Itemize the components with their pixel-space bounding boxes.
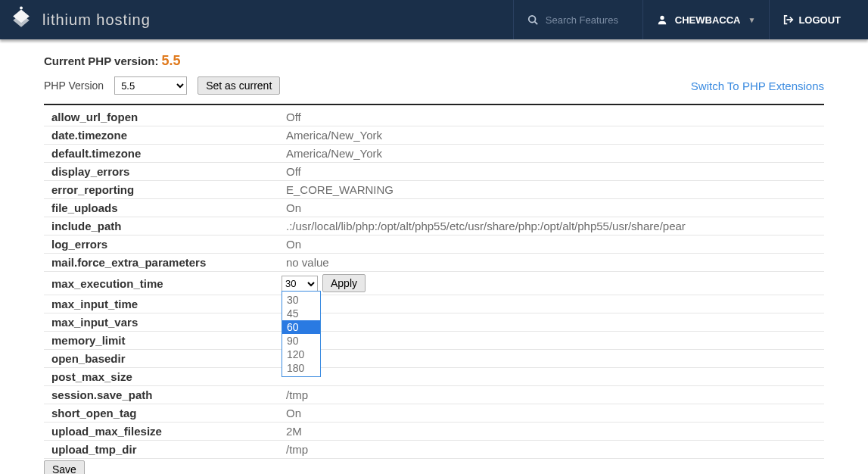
table-row: open_basedir (44, 350, 824, 368)
svg-point-0 (20, 6, 23, 9)
setting-name: max_input_time (44, 295, 278, 313)
setting-name: allow_url_fopen (44, 108, 278, 126)
dropdown-list[interactable]: 30456090120180 (282, 291, 321, 377)
setting-name: display_errors (44, 163, 278, 181)
user-menu[interactable]: CHEWBACCA ▼ (642, 0, 770, 39)
setting-name: post_max_size (44, 368, 278, 386)
current-version-value: 5.5 (162, 53, 181, 68)
divider (44, 104, 824, 105)
logout-button[interactable]: LOGOUT (769, 0, 854, 39)
content: Current PHP version: 5.5 PHP Version 5.5… (0, 39, 868, 474)
dropdown-option[interactable]: 30 (282, 293, 320, 307)
table-row: mail.force_extra_parametersno value (44, 254, 824, 272)
logout-label: LOGOUT (798, 14, 841, 26)
table-row: upload_max_filesize2M (44, 423, 824, 441)
setting-value (278, 332, 824, 350)
svg-point-3 (660, 16, 664, 20)
table-row: error_reportingE_CORE_WARNING (44, 181, 824, 199)
setting-name: default.timezone (44, 145, 278, 163)
apply-button[interactable]: Apply (322, 274, 366, 292)
table-row: upload_tmp_dir/tmp (44, 441, 824, 459)
setting-value[interactable]: America/New_York (278, 126, 824, 145)
table-row: allow_url_fopenOff (44, 108, 824, 126)
table-row: date.timezoneAmerica/New_York (44, 126, 824, 145)
logo-icon (8, 5, 35, 35)
dropdown-option[interactable]: 60 (282, 320, 320, 334)
setting-value: On (278, 404, 824, 423)
setting-name: short_open_tag (44, 404, 278, 423)
dropdown-option[interactable]: 90 (282, 334, 320, 348)
setting-name: log_errors (44, 235, 278, 254)
setting-name: upload_tmp_dir (44, 441, 278, 459)
max-execution-time-select[interactable]: 30 (282, 276, 318, 292)
brand-text: lithium hosting (42, 11, 151, 29)
php-version-label: PHP Version (44, 80, 104, 92)
setting-name: include_path (44, 217, 278, 235)
table-row: default.timezoneAmerica/New_York (44, 145, 824, 163)
setting-value: On (278, 235, 824, 254)
setting-name: date.timezone (44, 126, 278, 145)
table-row: max_input_time (44, 295, 824, 313)
table-row: log_errorsOn (44, 235, 824, 254)
logout-icon (783, 14, 794, 25)
setting-name: session.save_path (44, 386, 278, 404)
php-settings-table: allow_url_fopenOffdate.timezoneAmerica/N… (44, 108, 824, 459)
username: CHEWBACCA (675, 14, 741, 26)
version-row: PHP Version 5.5 Set as current Switch To… (44, 76, 824, 95)
header: lithium hosting CHEWBACCA ▼ LOGOUT (0, 0, 868, 39)
switch-extensions-link[interactable]: Switch To PHP Extensions (691, 80, 824, 92)
version-controls: PHP Version 5.5 Set as current (44, 76, 280, 95)
search-input[interactable] (546, 14, 629, 26)
setting-value (278, 313, 824, 332)
setting-value (278, 350, 824, 368)
current-version-label: Current PHP version: (44, 55, 158, 67)
setting-value: /tmp (278, 441, 824, 459)
setting-value: On (278, 199, 824, 217)
setting-value: America/New_York (278, 145, 824, 163)
table-row: file_uploadsOn (44, 199, 824, 217)
setting-name: file_uploads (44, 199, 278, 217)
setting-name: error_reporting (44, 181, 278, 199)
table-row: max_input_vars (44, 313, 824, 332)
header-right: CHEWBACCA ▼ LOGOUT (513, 0, 854, 39)
set-as-current-button[interactable]: Set as current (198, 76, 280, 95)
setting-value: /tmp (278, 386, 824, 404)
setting-value: no value (278, 254, 824, 272)
setting-value: E_CORE_WARNING (278, 181, 824, 199)
dropdown-option[interactable]: 120 (282, 348, 320, 361)
setting-name: open_basedir (44, 350, 278, 368)
search-icon (527, 14, 538, 25)
setting-name: mail.force_extra_parameters (44, 254, 278, 272)
setting-name: upload_max_filesize (44, 423, 278, 441)
table-row: include_path.:/usr/local/lib/php:/opt/al… (44, 217, 824, 235)
dropdown-option[interactable]: 45 (282, 307, 320, 320)
setting-value: 2M (278, 423, 824, 441)
table-row: display_errorsOff (44, 163, 824, 181)
setting-name: max_execution_time (44, 272, 278, 295)
setting-name: memory_limit (44, 332, 278, 350)
php-version-select[interactable]: 5.5 (114, 76, 187, 95)
table-row: memory_limit (44, 332, 824, 350)
svg-line-2 (534, 22, 537, 25)
caret-down-icon: ▼ (748, 16, 755, 24)
setting-value: Off (278, 163, 824, 181)
save-button[interactable]: Save (44, 460, 85, 474)
user-icon (657, 14, 667, 25)
setting-value: Off (278, 108, 824, 126)
table-row: max_execution_time30Apply30456090120180 (44, 272, 824, 295)
setting-name: max_input_vars (44, 313, 278, 332)
brand[interactable]: lithium hosting (8, 5, 151, 35)
dropdown-option[interactable]: 180 (282, 361, 320, 375)
svg-point-1 (529, 16, 536, 23)
setting-value: 30Apply30456090120180 (278, 272, 824, 295)
setting-value (278, 295, 824, 313)
table-row: session.save_path/tmp (44, 386, 824, 404)
table-row: post_max_size (44, 368, 824, 386)
search-box[interactable] (513, 0, 642, 39)
table-row: short_open_tagOn (44, 404, 824, 423)
current-version: Current PHP version: 5.5 (44, 53, 824, 69)
setting-value: .:/usr/local/lib/php:/opt/alt/php55/etc/… (278, 217, 824, 235)
setting-value (278, 368, 824, 386)
